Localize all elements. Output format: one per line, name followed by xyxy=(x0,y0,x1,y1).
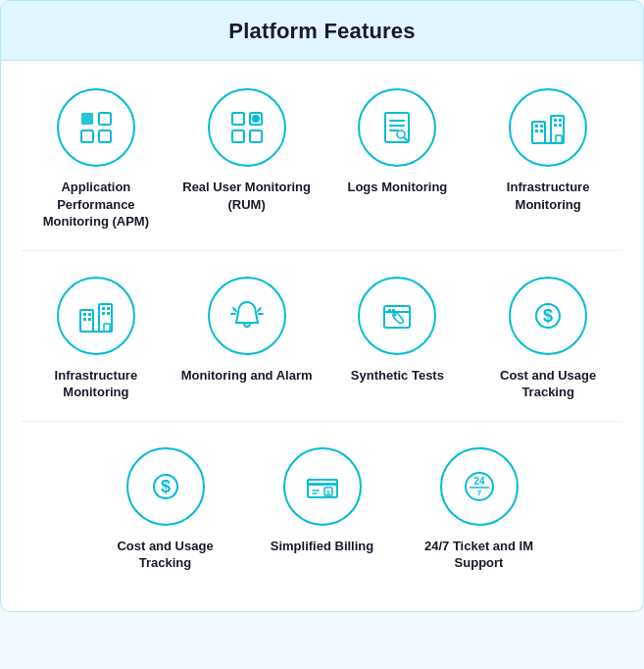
feature-infra2: Infrastructure Monitoring xyxy=(21,259,172,411)
rum-icon-circle xyxy=(208,88,286,167)
svg-rect-19 xyxy=(540,125,543,128)
svg-line-14 xyxy=(404,137,407,140)
infra1-icon-circle xyxy=(509,88,587,167)
apm-label: Application Performance Monitoring (APM) xyxy=(28,179,164,231)
svg-rect-3 xyxy=(99,130,111,142)
feature-logs: Logs Monitoring xyxy=(322,71,473,240)
feature-synthetic: Synthetic Tests xyxy=(322,259,473,411)
svg-rect-22 xyxy=(554,119,557,122)
svg-rect-25 xyxy=(559,124,562,127)
billing-icon: $ xyxy=(303,467,342,506)
header: Platform Features xyxy=(0,0,644,61)
features-row-1: Application Performance Monitoring (APM)… xyxy=(21,71,623,240)
cost2-icon-circle: $ xyxy=(126,447,205,526)
svg-rect-46 xyxy=(388,309,391,312)
apm-icon xyxy=(76,108,116,147)
svg-rect-18 xyxy=(535,125,538,128)
svg-rect-35 xyxy=(107,307,110,310)
feature-rum: Real User Monitoring (RUM) xyxy=(172,71,322,240)
svg-rect-30 xyxy=(83,313,86,316)
svg-rect-1 xyxy=(81,130,93,142)
svg-rect-32 xyxy=(83,318,86,321)
infra2-icon xyxy=(76,296,116,335)
cost2-label: Cost and Usage Tracking xyxy=(95,538,236,572)
svg-rect-26 xyxy=(556,135,562,143)
svg-rect-8 xyxy=(250,130,262,142)
svg-text:$: $ xyxy=(326,489,330,494)
infra2-icon-circle xyxy=(57,277,135,355)
svg-rect-7 xyxy=(232,130,244,142)
feature-cost1: $ Cost and Usage Tracking xyxy=(472,259,623,411)
logs-label: Logs Monitoring xyxy=(347,179,447,196)
alarm-icon-circle xyxy=(208,277,286,355)
svg-rect-47 xyxy=(392,309,395,312)
svg-rect-33 xyxy=(88,318,91,321)
logs-icon xyxy=(377,108,417,147)
features-row-2: Infrastructure Monitoring xyxy=(21,259,623,411)
cost2-icon: $ xyxy=(146,467,185,506)
row-divider-1 xyxy=(21,250,623,251)
synthetic-icon xyxy=(377,296,417,335)
infra2-label: Infrastructure Monitoring xyxy=(28,367,164,401)
support-icon-circle: 24 7 xyxy=(440,447,519,526)
logs-icon-circle xyxy=(358,88,436,167)
svg-line-40 xyxy=(233,308,236,311)
feature-apm: Application Performance Monitoring (APM) xyxy=(21,71,172,240)
svg-point-48 xyxy=(394,313,397,316)
rum-icon xyxy=(227,108,267,147)
apm-icon-circle xyxy=(57,88,135,167)
svg-rect-21 xyxy=(540,129,543,132)
svg-rect-44 xyxy=(384,306,410,328)
svg-text:24: 24 xyxy=(473,476,485,487)
svg-point-6 xyxy=(252,115,260,123)
features-row-3: $ Cost and Usage Tracking xyxy=(21,430,623,582)
infra1-label: Infrastructure Monitoring xyxy=(480,179,616,213)
svg-rect-34 xyxy=(102,307,105,310)
svg-rect-4 xyxy=(232,113,244,125)
svg-rect-55 xyxy=(308,480,337,484)
svg-rect-2 xyxy=(99,113,111,125)
alarm-label: Monitoring and Alarm xyxy=(181,367,313,385)
page-title: Platform Features xyxy=(228,19,415,43)
svg-text:$: $ xyxy=(543,306,553,326)
infra1-icon xyxy=(528,108,568,147)
support-icon: 24 7 xyxy=(460,467,499,506)
svg-rect-31 xyxy=(88,313,91,316)
synthetic-label: Synthetic Tests xyxy=(351,367,444,385)
feature-infra1: Infrastructure Monitoring xyxy=(472,71,623,240)
svg-rect-15 xyxy=(532,122,545,143)
cost1-label: Cost and Usage Tracking xyxy=(480,367,616,401)
feature-cost2: $ Cost and Usage Tracking xyxy=(87,430,244,582)
svg-rect-36 xyxy=(102,312,105,315)
cost1-icon-circle: $ xyxy=(509,277,587,355)
support-label: 24/7 Ticket and IM Support xyxy=(409,538,550,572)
svg-text:$: $ xyxy=(160,477,170,496)
feature-billing: $ Simplified Billing xyxy=(244,430,401,582)
svg-rect-0 xyxy=(81,113,93,125)
billing-label: Simplified Billing xyxy=(271,538,373,555)
svg-line-41 xyxy=(258,308,261,311)
svg-text:7: 7 xyxy=(476,489,481,497)
alarm-icon xyxy=(227,296,267,335)
feature-support: 24 7 24/7 Ticket and IM Support xyxy=(401,430,558,582)
row-divider-2 xyxy=(21,421,623,422)
synthetic-icon-circle xyxy=(358,277,436,355)
svg-rect-27 xyxy=(80,310,93,332)
platform-features-container: Platform Features Application Performanc… xyxy=(0,0,644,632)
svg-rect-37 xyxy=(107,312,110,315)
svg-rect-38 xyxy=(104,324,110,332)
rum-label: Real User Monitoring (RUM) xyxy=(179,179,315,213)
billing-icon-circle: $ xyxy=(283,447,362,526)
cost1-icon: $ xyxy=(528,296,568,335)
svg-rect-23 xyxy=(559,119,562,122)
feature-alarm: Monitoring and Alarm xyxy=(172,259,322,411)
svg-rect-24 xyxy=(554,124,557,127)
main-content: Application Performance Monitoring (APM)… xyxy=(0,61,644,612)
svg-rect-20 xyxy=(535,129,538,132)
